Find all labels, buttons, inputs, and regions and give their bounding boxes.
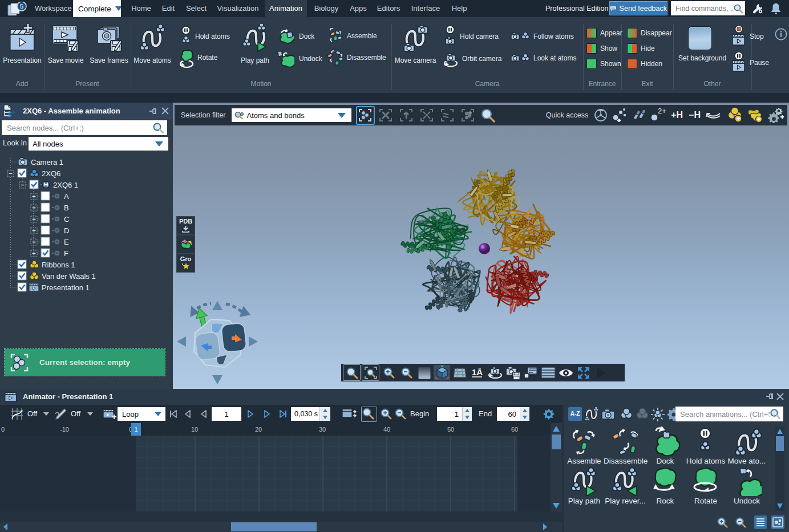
svg-text:C: C [64,215,69,224]
svg-text:Presentation 1: Presentation 1 [42,283,90,292]
svg-text:2XQ6 1: 2XQ6 1 [53,181,78,189]
svg-text:1Å: 1Å [472,367,483,377]
svg-text:E: E [64,238,69,246]
svg-text:2+: 2+ [658,108,666,115]
svg-text:B: B [64,204,69,212]
svg-text:D: D [64,226,69,235]
svg-text:Camera 1: Camera 1 [31,158,63,166]
svg-text:Van der Waals 1: Van der Waals 1 [42,272,96,281]
svg-text:2XQ6: 2XQ6 [42,169,60,178]
svg-text:Ribbons 1: Ribbons 1 [42,261,75,269]
svg-text:5: 5 [20,3,23,10]
svg-text:A: A [64,192,69,201]
svg-text:F: F [64,249,68,258]
